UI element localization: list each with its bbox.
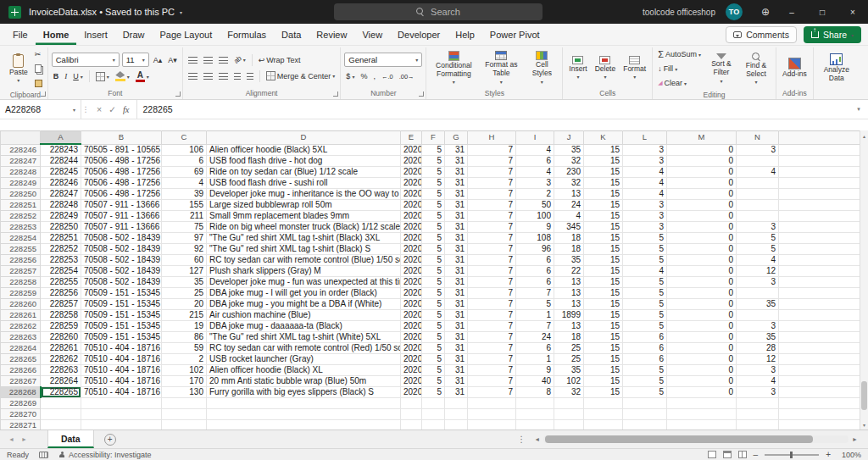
cell-G228268[interactable]: 31 <box>445 387 468 398</box>
cell-K228251[interactable]: 15 <box>584 200 623 211</box>
cell-L228247[interactable]: 3 <box>623 156 667 167</box>
next-sheet-button[interactable]: ► <box>21 436 27 442</box>
cell-N228246[interactable]: 3 <box>737 144 779 156</box>
cell-N228259[interactable] <box>737 288 779 299</box>
copy-button[interactable] <box>33 62 44 75</box>
maximize-button[interactable]: □ <box>807 0 837 24</box>
cell-M228255[interactable]: 0 <box>667 244 737 255</box>
cell-H228249[interactable]: 7 <box>468 178 516 189</box>
normal-view-button[interactable] <box>708 451 716 458</box>
cell-H228266[interactable]: 7 <box>468 365 516 376</box>
cell-G228254[interactable]: 31 <box>445 233 468 244</box>
cell-M228246[interactable]: 0 <box>667 144 737 156</box>
column-header-I[interactable]: I <box>516 131 554 145</box>
cell-L228263[interactable]: 6 <box>623 332 667 343</box>
cell-A228259[interactable]: 228256 <box>41 288 81 299</box>
cell-D228263[interactable]: "The Gu" red shirt XML tag t-shirt (Whit… <box>207 332 401 343</box>
cell-I228249[interactable]: 3 <box>516 178 554 189</box>
font-color-button[interactable]: A ▾ <box>134 69 151 83</box>
cell-A228252[interactable]: 228249 <box>41 211 81 222</box>
cell-I228264[interactable]: 6 <box>516 343 554 354</box>
cell-G228248[interactable]: 31 <box>445 167 468 178</box>
decrease-decimal-button[interactable]: .00→ <box>398 69 416 83</box>
vertical-scrollbar[interactable]: ▴ ▾ <box>860 130 868 430</box>
cell-J228247[interactable]: 32 <box>554 156 584 167</box>
cell-K228250[interactable]: 15 <box>584 189 623 200</box>
cell-D228253[interactable]: Ride on big wheel monster truck (Black) … <box>207 222 401 233</box>
cell-N228270[interactable] <box>737 409 779 420</box>
menu-tab-formulas[interactable]: Formulas <box>220 24 274 45</box>
align-right-button[interactable] <box>217 69 230 83</box>
font-name-combo[interactable]: Calibri▾ <box>52 53 120 67</box>
cell-N228267[interactable]: 4 <box>737 376 779 387</box>
cell-K228246[interactable]: 15 <box>584 144 623 156</box>
cell-E228263[interactable]: 2020 <box>401 332 422 343</box>
cell-E228257[interactable]: 2020 <box>401 266 422 277</box>
row-header-228266[interactable]: 228266 <box>1 365 41 376</box>
horizontal-scrollbar[interactable] <box>543 435 849 443</box>
column-header-H[interactable]: H <box>468 131 516 145</box>
comma-button[interactable]: , <box>371 69 377 83</box>
cell-H228248[interactable]: 7 <box>468 167 516 178</box>
cell-D228250[interactable]: Developer joke mug - inheritance is the … <box>207 189 401 200</box>
new-sheet-button[interactable]: + <box>104 434 116 446</box>
menu-tab-page-layout[interactable]: Page Layout <box>152 24 220 45</box>
row-header-228261[interactable]: 228261 <box>1 310 41 321</box>
cell-N228263[interactable]: 35 <box>737 332 779 343</box>
cell-F228271[interactable] <box>422 420 445 430</box>
analyze-data-button[interactable]: Analyze Data <box>817 53 856 83</box>
dialog-launcher-icon[interactable] <box>419 91 424 97</box>
cell-H228260[interactable]: 7 <box>468 299 516 310</box>
cell-J228269[interactable] <box>554 398 584 409</box>
cell-F228253[interactable]: 5 <box>422 222 445 233</box>
row-header-228262[interactable]: 228262 <box>1 321 41 332</box>
cell-K228266[interactable]: 15 <box>584 365 623 376</box>
cell-N228251[interactable] <box>737 200 779 211</box>
row-header-228251[interactable]: 228251 <box>1 200 41 211</box>
cell-J228265[interactable]: 25 <box>554 354 584 365</box>
cell-K228255[interactable]: 15 <box>584 244 623 255</box>
cell-H228254[interactable]: 7 <box>468 233 516 244</box>
currency-button[interactable]: $▾ <box>344 69 356 83</box>
cell-G228262[interactable]: 31 <box>445 321 468 332</box>
cell-E228259[interactable]: 2020 <box>401 288 422 299</box>
menu-tab-data[interactable]: Data <box>274 24 309 45</box>
cell-N228256[interactable]: 4 <box>737 255 779 266</box>
cell-F228262[interactable]: 5 <box>422 321 445 332</box>
cell-G228264[interactable]: 31 <box>445 343 468 354</box>
cell-N228257[interactable]: 12 <box>737 266 779 277</box>
cell-M228254[interactable]: 0 <box>667 233 737 244</box>
cell-B228264[interactable]: 70510 - 404 - 18716 <box>81 343 162 354</box>
row-header-228267[interactable]: 228267 <box>1 376 41 387</box>
format-painter-button[interactable] <box>33 76 44 90</box>
cell-H228269[interactable] <box>468 398 516 409</box>
align-middle-button[interactable] <box>202 53 214 67</box>
fill-color-button[interactable]: ▾ <box>114 69 131 83</box>
cell-D228268[interactable]: Furry gorilla with big eyes slippers (Bl… <box>207 387 401 398</box>
cell-D228264[interactable]: RC toy sedan car with remote control (Re… <box>207 343 401 354</box>
cell-H228261[interactable]: 7 <box>468 310 516 321</box>
cell-N228248[interactable]: 4 <box>737 167 779 178</box>
cell-I228265[interactable]: 1 <box>516 354 554 365</box>
cell-G228247[interactable]: 31 <box>445 156 468 167</box>
cell-H228253[interactable]: 7 <box>468 222 516 233</box>
cell-B228268[interactable]: 70510 - 404 - 18716 <box>81 387 162 398</box>
cell-C228266[interactable]: 102 <box>162 365 207 376</box>
cell-J228261[interactable]: 1899 <box>554 310 584 321</box>
cell-M228253[interactable]: 0 <box>667 222 737 233</box>
zoom-in-button[interactable]: + <box>826 450 831 459</box>
cell-N228265[interactable]: 12 <box>737 354 779 365</box>
cell-N228253[interactable]: 3 <box>737 222 779 233</box>
cell-I228263[interactable]: 24 <box>516 332 554 343</box>
cell-F228249[interactable]: 5 <box>422 178 445 189</box>
cell-J228257[interactable]: 22 <box>554 266 584 277</box>
cell-I228269[interactable] <box>516 398 554 409</box>
cell-J228264[interactable]: 25 <box>554 343 584 354</box>
cell-N228262[interactable]: 3 <box>737 321 779 332</box>
cell-H228262[interactable]: 7 <box>468 321 516 332</box>
cell-C228264[interactable]: 59 <box>162 343 207 354</box>
cell-N228247[interactable] <box>737 156 779 167</box>
dialog-launcher-icon[interactable] <box>41 91 46 97</box>
cell-F228268[interactable]: 5 <box>422 387 445 398</box>
cell-I228260[interactable]: 5 <box>516 299 554 310</box>
